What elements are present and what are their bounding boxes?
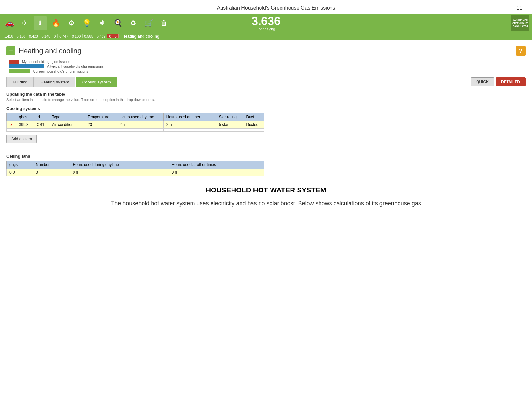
divider bbox=[6, 150, 526, 150]
car-icon[interactable]: 🚗 bbox=[3, 16, 16, 30]
legend-row-1: My household's ghg emissions bbox=[9, 60, 526, 64]
delete-cell[interactable]: x bbox=[7, 121, 16, 129]
update-sub: Select an item in the table to change th… bbox=[6, 98, 526, 102]
hot-water-heading: HOUSEHOLD HOT WATER SYSTEM bbox=[6, 186, 526, 194]
logo-text: AUSTRALIANGREENHOUSECALCULATOR bbox=[512, 18, 528, 28]
duct-cell[interactable]: Ducted bbox=[243, 121, 264, 129]
val-10: 0 bbox=[107, 34, 113, 38]
val-7: 0.100 bbox=[70, 34, 83, 38]
help-button[interactable]: ? bbox=[516, 46, 526, 56]
quick-mode-button[interactable]: QUICK bbox=[471, 77, 494, 86]
logo: AUSTRALIANGREENHOUSECALCULATOR bbox=[511, 15, 529, 31]
cooking-icon[interactable]: 🍳 bbox=[111, 16, 124, 30]
doc-page: 11 bbox=[517, 5, 522, 11]
legend-label-3: A green household's ghg emissions bbox=[33, 69, 88, 73]
val-4: 0.148 bbox=[40, 34, 53, 38]
cooling-systems-table: ghgs Id Type Temperature Hours used dayt… bbox=[6, 113, 264, 132]
sub-bar-values: 1.418 0.106 0.423 0.148 0 0.447 0.100 0.… bbox=[3, 34, 119, 38]
legend-bar-blue bbox=[9, 64, 44, 68]
section-title: Heating and cooling bbox=[19, 47, 81, 55]
sub-bar: 1.418 0.106 0.423 0.148 0 0.447 0.100 0.… bbox=[0, 33, 532, 40]
cf-number-cell[interactable]: 0 bbox=[33, 169, 70, 176]
trash-icon[interactable]: 🗑 bbox=[157, 16, 171, 30]
thermometer-icon[interactable]: 🌡 bbox=[34, 16, 47, 30]
lighting-icon[interactable]: 💡 bbox=[80, 16, 94, 30]
detailed-mode-button[interactable]: DETAILED bbox=[496, 77, 526, 86]
tab-right: QUICK DETAILED bbox=[471, 77, 526, 86]
val-3: 0.423 bbox=[27, 34, 40, 38]
content-area: Updating the data in the table Select an… bbox=[0, 87, 532, 211]
empty-row bbox=[7, 129, 264, 132]
id-cell[interactable]: CS1 bbox=[34, 121, 49, 129]
page-section: + Heating and cooling ? My household's g… bbox=[0, 40, 532, 87]
ceiling-fans-title: Ceiling fans bbox=[6, 154, 526, 159]
cf-col-ghgs: ghgs bbox=[7, 161, 33, 169]
col-hours-other: Hours used at other t... bbox=[163, 113, 216, 121]
cf-col-hours-other: Hours used at other times bbox=[169, 161, 264, 169]
tonnage-value: 3.636 bbox=[251, 15, 281, 27]
legend-row-3: A green household's ghg emissions bbox=[9, 69, 526, 73]
hours-day-cell[interactable]: 2 h bbox=[117, 121, 163, 129]
star-rating-cell[interactable]: 5 star bbox=[216, 121, 243, 129]
legend-bar-green bbox=[9, 69, 30, 73]
add-button[interactable]: + bbox=[6, 46, 15, 55]
val-5: 0 bbox=[52, 34, 58, 38]
delete-button[interactable]: x bbox=[9, 122, 14, 127]
plane-icon[interactable]: ✈ bbox=[18, 16, 32, 30]
col-type: Type bbox=[49, 113, 85, 121]
cf-hours-day-cell[interactable]: 0 h bbox=[70, 169, 169, 176]
tab-cooling-system[interactable]: Cooling system bbox=[76, 77, 117, 87]
ceiling-fans-table: ghgs Number Hours used during daytime Ho… bbox=[6, 161, 264, 176]
tab-heating-system[interactable]: Heating system bbox=[34, 77, 75, 87]
val-8: 0.585 bbox=[83, 34, 95, 38]
col-temperature: Temperature bbox=[85, 113, 117, 121]
add-item-button[interactable]: Add an item bbox=[6, 135, 37, 143]
col-hours-day: Hours used daytime bbox=[117, 113, 163, 121]
table-row: x 399.3 CS1 Air-conditioner 20 2 h 2 h 5… bbox=[7, 121, 264, 129]
cf-hours-other-cell[interactable]: 0 h bbox=[169, 169, 264, 176]
recycle-icon[interactable]: ♻ bbox=[126, 16, 140, 30]
legend-area: My household's ghg emissions A typical h… bbox=[9, 60, 526, 73]
doc-header: Australian Household's Greenhouse Gas Em… bbox=[0, 0, 532, 14]
update-title: Updating the data in the table bbox=[6, 92, 526, 97]
col-star-rating: Star rating bbox=[216, 113, 243, 121]
cooling-table-header: ghgs Id Type Temperature Hours used dayt… bbox=[7, 113, 264, 121]
col-ghgs: ghgs bbox=[16, 113, 34, 121]
ghgs-cell[interactable]: 399.3 bbox=[16, 121, 34, 129]
tonnage-display: 3.636 Tonnes ghg bbox=[251, 15, 281, 31]
legend-label-2: A typical household's ghg emissions bbox=[47, 64, 104, 68]
val-11: 0 bbox=[113, 34, 119, 38]
cooling-systems-title: Cooling systems bbox=[6, 106, 526, 111]
ceiling-fan-row: 0.0 0 0 h 0 h bbox=[7, 169, 264, 176]
cf-col-hours-day: Hours used during daytime bbox=[70, 161, 169, 169]
cf-ghgs-cell[interactable]: 0.0 bbox=[7, 169, 33, 176]
hours-other-cell[interactable]: 2 h bbox=[163, 121, 216, 129]
type-cell[interactable]: Air-conditioner bbox=[49, 121, 85, 129]
col-duct: Duct... bbox=[243, 113, 264, 121]
section-header: + Heating and cooling ? bbox=[6, 46, 526, 56]
section-title-row: + Heating and cooling bbox=[6, 46, 81, 55]
hot-water-body: The household hot water system uses elec… bbox=[6, 200, 526, 207]
fridge-icon[interactable]: ❄ bbox=[95, 16, 109, 30]
tab-building[interactable]: Building bbox=[6, 77, 34, 87]
top-header: 🚗 ✈ 🌡 🔥 ⚙ 💡 ❄ 🍳 ♻ bbox=[0, 14, 532, 33]
val-1: 1.418 bbox=[3, 34, 15, 38]
appliances-icon[interactable]: ⚙ bbox=[64, 16, 78, 30]
val-6: 0.447 bbox=[58, 34, 70, 38]
sub-bar-label: Heating and cooling bbox=[123, 34, 160, 39]
cart-icon[interactable]: 🛒 bbox=[142, 16, 155, 30]
legend-row-2: A typical household's ghg emissions bbox=[9, 64, 526, 68]
val-9: 0.409 bbox=[95, 34, 108, 38]
legend-label-1: My household's ghg emissions bbox=[22, 60, 70, 64]
hot-water-icon[interactable]: 🔥 bbox=[49, 16, 63, 30]
tabs-row: Building Heating system Cooling system Q… bbox=[6, 77, 526, 87]
legend-bar-red bbox=[9, 60, 19, 64]
col-id: Id bbox=[34, 113, 49, 121]
col-delete bbox=[7, 113, 16, 121]
cf-col-number: Number bbox=[33, 161, 70, 169]
temperature-cell[interactable]: 20 bbox=[85, 121, 117, 129]
val-2: 0.106 bbox=[15, 34, 28, 38]
doc-title: Australian Household's Greenhouse Gas Em… bbox=[35, 5, 517, 11]
ceiling-table-header: ghgs Number Hours used during daytime Ho… bbox=[7, 161, 264, 169]
